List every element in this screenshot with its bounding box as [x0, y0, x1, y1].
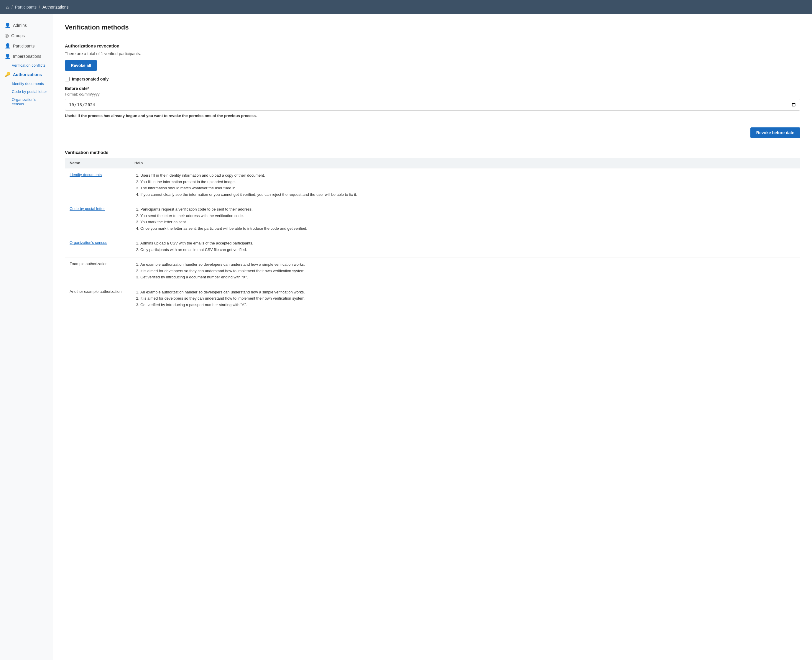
sidebar-item-authorizations[interactable]: 🔑 Authorizations: [0, 69, 53, 79]
table-row: Organization's censusAdmins upload a CSV…: [65, 236, 800, 257]
impersonated-only-label[interactable]: Impersonated only: [72, 77, 108, 81]
help-item: Once you mark the letter as sent, the pa…: [140, 225, 796, 232]
sidebar-item-label: Participants: [13, 44, 35, 48]
verified-participants-count: There are a total of 1 verified particip…: [65, 51, 800, 56]
sidebar-subitem-label: Verification conflicts: [12, 63, 45, 68]
home-icon[interactable]: ⌂: [6, 4, 9, 10]
sidebar-item-groups[interactable]: ◎ Groups: [0, 30, 53, 41]
sidebar-item-impersonations[interactable]: 👤 Impersonations: [0, 51, 53, 61]
help-item: An example authorization handler so deve…: [140, 289, 796, 295]
sidebar-subitem-label: Identity documents: [12, 81, 44, 86]
impersonated-only-row: Impersonated only: [65, 77, 800, 81]
table-row: Another example authorizationAn example …: [65, 285, 800, 312]
main-content: Verification methods Authorizations revo…: [53, 14, 812, 660]
method-name-cell[interactable]: Organization's census: [65, 236, 130, 257]
method-name-cell: Another example authorization: [65, 285, 130, 312]
sidebar: 👤 Admins ◎ Groups 👤 Participants 👤 Imper…: [0, 14, 53, 660]
sidebar-item-organizations-census[interactable]: Organization's census: [0, 95, 53, 108]
method-name-cell[interactable]: Identity documents: [65, 168, 130, 202]
sidebar-item-identity-documents[interactable]: Identity documents: [0, 79, 53, 87]
revoke-all-button[interactable]: Revoke all: [65, 60, 97, 71]
sidebar-subitem-label: Code by postal letter: [12, 89, 47, 94]
verification-methods-title: Verification methods: [65, 150, 800, 155]
sidebar-item-code-by-postal-letter[interactable]: Code by postal letter: [0, 87, 53, 95]
method-name-cell[interactable]: Code by postal letter: [65, 202, 130, 236]
method-help-cell: An example authorization handler so deve…: [130, 285, 800, 312]
sidebar-item-admins[interactable]: 👤 Admins: [0, 20, 53, 30]
help-item: Admins upload a CSV with the emails of t…: [140, 240, 796, 246]
col-header-name: Name: [65, 158, 130, 168]
before-date-label: Before date*: [65, 86, 800, 91]
impersonations-icon: 👤: [5, 53, 11, 59]
method-name-link[interactable]: Organization's census: [70, 240, 107, 245]
topnav: ⌂ / Participants / Authorizations: [0, 0, 812, 14]
page-title: Verification methods: [65, 24, 800, 31]
method-help-cell: Admins upload a CSV with the emails of t…: [130, 236, 800, 257]
revoke-before-date-row: Revoke before date: [65, 127, 800, 138]
help-item: You mark the letter as sent.: [140, 219, 796, 225]
authorizations-revocation-title: Authorizations revocation: [65, 43, 800, 48]
help-item: It is aimed for developers so they can u…: [140, 295, 796, 301]
verification-methods-section: Verification methods Name Help Identity …: [65, 150, 800, 312]
participants-breadcrumb[interactable]: Participants: [15, 5, 36, 10]
revoke-before-date-button[interactable]: Revoke before date: [750, 127, 800, 138]
admins-icon: 👤: [5, 22, 11, 28]
method-help-cell: Participants request a verification code…: [130, 202, 800, 236]
help-item: If you cannot clearly see the informatio…: [140, 192, 796, 198]
authorizations-icon: 🔑: [5, 71, 11, 77]
table-row: Example authorizationAn example authoriz…: [65, 257, 800, 285]
method-name-cell: Example authorization: [65, 257, 130, 285]
help-item: Participants request a verification code…: [140, 206, 796, 212]
before-date-hint: Format: dd/mm/yyyy: [65, 92, 800, 97]
method-help-cell: Users fill in their identity information…: [130, 168, 800, 202]
sidebar-subitem-label: Organization's census: [12, 97, 36, 106]
help-item: Users fill in their identity information…: [140, 173, 796, 178]
verification-methods-table: Name Help Identity documentsUsers fill i…: [65, 158, 800, 312]
method-name-link[interactable]: Code by postal letter: [70, 206, 105, 211]
sep1: /: [11, 5, 13, 10]
help-item: The information should match whatever th…: [140, 185, 796, 191]
sidebar-item-label: Admins: [13, 23, 27, 28]
sidebar-item-label: Groups: [11, 33, 25, 38]
help-item: It is aimed for developers so they can u…: [140, 268, 796, 274]
before-date-input[interactable]: [65, 99, 800, 111]
help-item: Get verified by introducing a document n…: [140, 274, 796, 280]
method-name-link[interactable]: Identity documents: [70, 173, 102, 177]
sidebar-item-verification-conflicts[interactable]: Verification conflicts: [0, 61, 53, 69]
help-item: Only participants with an email in that …: [140, 247, 796, 253]
sidebar-item-label: Authorizations: [13, 72, 42, 77]
table-row: Identity documentsUsers fill in their id…: [65, 168, 800, 202]
participants-icon: 👤: [5, 43, 11, 49]
sep2: /: [39, 5, 40, 10]
help-item: You fill in the information present in t…: [140, 179, 796, 185]
col-header-help: Help: [130, 158, 800, 168]
groups-icon: ◎: [5, 33, 9, 38]
sidebar-item-participants[interactable]: 👤 Participants: [0, 41, 53, 51]
sidebar-item-label: Impersonations: [13, 54, 41, 59]
help-item: Get verified by introducing a passport n…: [140, 302, 796, 308]
useful-note: Useful if the process has already begun …: [65, 114, 800, 118]
authorizations-revocation-section: Authorizations revocation There are a to…: [65, 43, 800, 138]
help-item: An example authorization handler so deve…: [140, 262, 796, 268]
method-help-cell: An example authorization handler so deve…: [130, 257, 800, 285]
table-row: Code by postal letterParticipants reques…: [65, 202, 800, 236]
authorizations-breadcrumb: Authorizations: [43, 5, 69, 10]
impersonated-only-checkbox[interactable]: [65, 77, 70, 81]
help-item: You send the letter to their address wit…: [140, 213, 796, 219]
before-date-field: Before date* Format: dd/mm/yyyy: [65, 86, 800, 111]
